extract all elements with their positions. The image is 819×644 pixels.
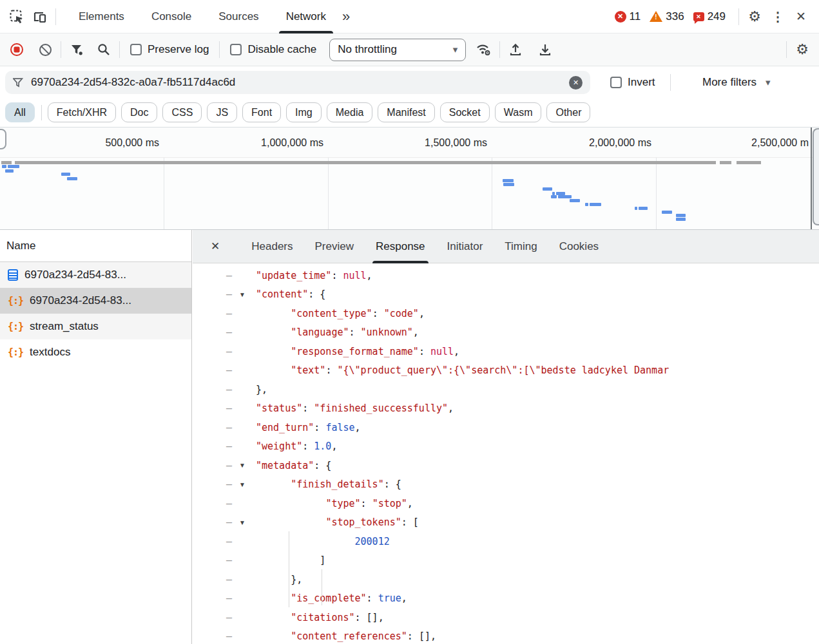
- request-timing-bar: [662, 211, 672, 214]
- clear-filter-button[interactable]: ✕: [569, 76, 583, 90]
- throttling-select[interactable]: No throttling ▾: [329, 39, 466, 61]
- issues-count-badge[interactable]: ✕ 249: [693, 10, 726, 23]
- token-p: ]: [256, 554, 325, 566]
- tab-console[interactable]: Console: [138, 0, 205, 33]
- filter-input[interactable]: 6970a234-2d54-832c-a0a7-fb5117d4ac6d ✕: [5, 71, 590, 94]
- token-s: "code": [384, 308, 419, 319]
- error-count: 11: [630, 10, 641, 23]
- filter-chip-img[interactable]: Img: [286, 102, 322, 122]
- more-filters-button[interactable]: More filters ▾: [702, 66, 771, 98]
- name-column-header[interactable]: Name: [0, 230, 191, 262]
- inspect-element-button[interactable]: [5, 5, 28, 28]
- filter-bar: 6970a234-2d54-832c-a0a7-fb5117d4ac6d ✕ I…: [0, 66, 819, 98]
- code-line-1: –"update_time": null,: [193, 266, 819, 285]
- warning-count-badge[interactable]: ! 336: [650, 10, 684, 23]
- detail-tab-headers[interactable]: Headers: [240, 230, 304, 263]
- code-line-11: –▼"metadata": {: [193, 456, 819, 475]
- fold-triangle-icon[interactable]: ▼: [239, 481, 256, 488]
- json-icon: {:}: [8, 295, 23, 307]
- token-b: true: [378, 592, 401, 604]
- token-b: false: [325, 422, 354, 433]
- invert-filter-checkbox[interactable]: Invert: [610, 66, 655, 98]
- detail-tab-preview[interactable]: Preview: [304, 230, 365, 263]
- code-text: "content_references": [],: [256, 630, 819, 642]
- detail-tab-response[interactable]: Response: [365, 230, 436, 263]
- token-p: [256, 516, 325, 528]
- device-toolbar-button[interactable]: [28, 5, 52, 28]
- search-icon: [97, 43, 110, 56]
- filter-chip-js[interactable]: JS: [207, 102, 237, 122]
- filter-chip-manifest[interactable]: Manifest: [378, 102, 434, 122]
- close-devtools-button[interactable]: ✕: [789, 5, 813, 28]
- throttling-value: No throttling: [338, 43, 397, 56]
- gutter-dash: –: [226, 422, 239, 433]
- token-b: 200012: [355, 536, 390, 547]
- filter-chip-doc[interactable]: Doc: [121, 102, 157, 122]
- token-p: ,: [355, 422, 361, 433]
- token-p: : {: [384, 478, 401, 490]
- code-line-8: –"status": "finished_successfully",: [193, 399, 819, 419]
- detail-tab-timing[interactable]: Timing: [494, 230, 548, 263]
- json-icon: {:}: [8, 346, 23, 358]
- gutter-dash: –: [226, 346, 239, 357]
- code-text: "language": "unknown",: [256, 327, 819, 338]
- request-name: 6970a234-2d54-83...: [30, 294, 131, 307]
- request-row-6970a234-2d54-83-[interactable]: {:}6970a234-2d54-83...: [0, 288, 191, 314]
- token-p: ,: [331, 440, 337, 452]
- search-button[interactable]: [92, 38, 115, 61]
- request-row-stream-status[interactable]: {:}stream_status: [0, 314, 191, 339]
- disable-cache-checkbox[interactable]: Disable cache: [230, 43, 316, 56]
- fold-triangle-icon[interactable]: ▼: [239, 291, 256, 298]
- import-har-button[interactable]: [504, 38, 527, 61]
- code-line-7: –},: [193, 380, 819, 399]
- preserve-log-checkbox[interactable]: Preserve log: [130, 43, 209, 56]
- record-network-log-button[interactable]: [5, 38, 28, 61]
- export-har-button[interactable]: [534, 38, 557, 61]
- error-count-badge[interactable]: ✕ 11: [615, 10, 641, 23]
- clear-network-log-button[interactable]: [34, 38, 57, 61]
- detail-tab-cookies[interactable]: Cookies: [548, 230, 610, 263]
- more-tabs-icon[interactable]: »: [340, 8, 352, 25]
- code-line-18: – "is_complete": true,: [193, 589, 819, 609]
- filter-chip-font[interactable]: Font: [242, 102, 281, 122]
- request-row-6970a234-2d54-83-[interactable]: 6970a234-2d54-83...: [0, 262, 191, 288]
- timeline-tick-label: 1,000,000 ms: [214, 128, 323, 158]
- disable-cache-label: Disable cache: [247, 43, 316, 56]
- token-p: ,: [448, 402, 454, 414]
- filter-chip-css[interactable]: CSS: [162, 102, 202, 122]
- filter-chip-socket[interactable]: Socket: [440, 102, 490, 122]
- fold-triangle-icon[interactable]: ▼: [239, 519, 256, 526]
- overview-brush-handle-left[interactable]: [0, 129, 6, 149]
- timeline-tick-label: 1,500,000 ms: [378, 128, 487, 158]
- code-line-10: –"weight": 1.0,: [193, 437, 819, 457]
- request-row-textdocs[interactable]: {:}textdocs: [0, 339, 191, 365]
- filter-chip-fetch-xhr[interactable]: Fetch/XHR: [48, 102, 116, 122]
- network-conditions-button[interactable]: [472, 38, 496, 61]
- token-p: :: [331, 270, 343, 281]
- filter-chip-media[interactable]: Media: [327, 102, 373, 122]
- tab-sources[interactable]: Sources: [205, 0, 272, 33]
- gutter-dash: –: [226, 630, 239, 642]
- code-line-13: – "type": "stop",: [193, 494, 819, 513]
- settings-button[interactable]: ⚙: [743, 5, 766, 28]
- tab-network[interactable]: Network: [273, 0, 340, 33]
- tab-elements[interactable]: Elements: [65, 0, 138, 33]
- filter-chip-other[interactable]: Other: [546, 102, 590, 122]
- gutter-dash: –: [226, 402, 239, 414]
- more-options-button[interactable]: ⋮: [766, 5, 789, 28]
- issues-count: 249: [708, 10, 726, 23]
- token-p: :: [349, 327, 361, 338]
- filter-chip-wasm[interactable]: Wasm: [495, 102, 542, 122]
- detail-tab-initiator[interactable]: Initiator: [436, 230, 494, 263]
- filter-toggle-button[interactable]: [65, 38, 88, 61]
- close-details-icon[interactable]: ✕: [204, 240, 226, 253]
- token-k: "response_format_name": [291, 346, 419, 357]
- panel-tabs: ElementsConsoleSourcesNetwork: [65, 0, 340, 33]
- gutter-dash: –: [226, 365, 239, 376]
- overview-brush-handle-right[interactable]: [813, 128, 819, 225]
- token-p: [256, 536, 355, 547]
- network-overview[interactable]: 500,000 ms1,000,000 ms1,500,000 ms2,000,…: [0, 128, 819, 230]
- filter-chip-all[interactable]: All: [5, 102, 35, 122]
- network-settings-button[interactable]: ⚙: [791, 38, 814, 61]
- fold-triangle-icon[interactable]: ▼: [239, 462, 256, 469]
